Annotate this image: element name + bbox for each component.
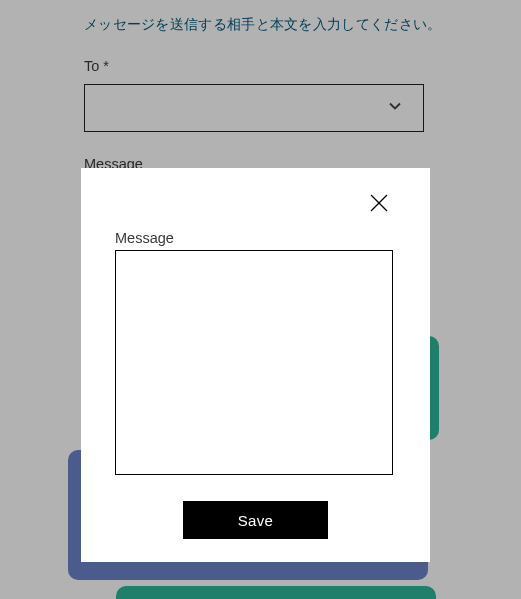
close-button[interactable] [364,190,394,220]
save-button[interactable]: Save [183,501,328,539]
message-modal: Message Save [81,168,430,562]
message-textarea[interactable] [115,250,393,475]
modal-message-label: Message [115,230,174,246]
close-icon [367,191,391,219]
